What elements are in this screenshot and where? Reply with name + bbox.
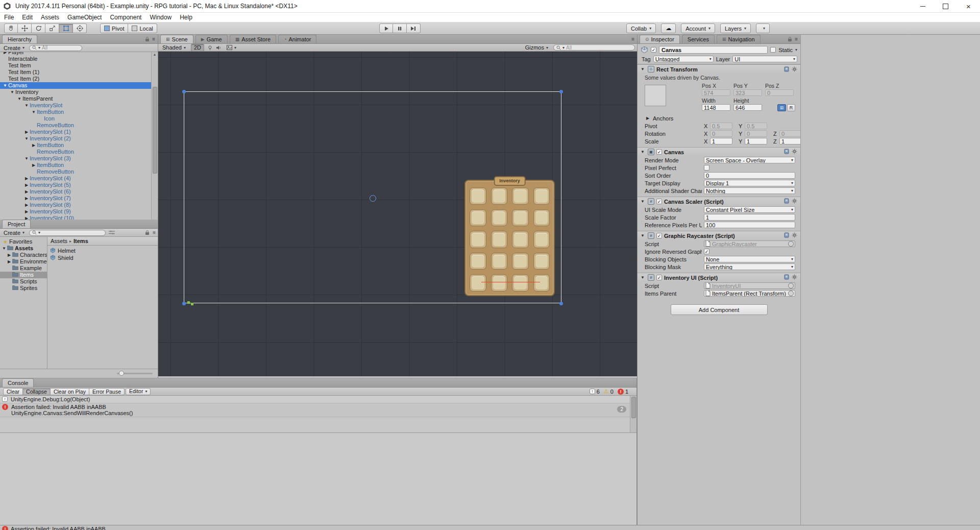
local-toggle-button[interactable]: Local xyxy=(128,23,157,33)
fold-arrow[interactable]: ▼ xyxy=(23,135,30,142)
hierarchy-item-inventoryslot-3[interactable]: ▼InventorySlot (3) xyxy=(0,155,151,162)
layout-dropdown[interactable]: ▾ xyxy=(756,23,770,33)
width-field[interactable]: 1148 xyxy=(702,104,730,111)
hierarchy-item-icon[interactable]: Icon xyxy=(0,115,151,122)
scale-y-field[interactable]: 1 xyxy=(745,138,767,144)
collapse-button[interactable]: Collapse xyxy=(23,388,51,395)
hierarchy-item-removebutton[interactable]: RemoveButton xyxy=(0,168,151,175)
scene-viewport[interactable]: Inventory xyxy=(158,52,637,376)
clear-button[interactable]: Clear xyxy=(3,388,23,395)
height-field[interactable]: 646 xyxy=(733,104,762,111)
folder-item-sprites[interactable]: Sprites xyxy=(0,285,47,292)
clear-on-play-button[interactable]: Clear on Play xyxy=(51,388,89,395)
draw-mode-dropdown[interactable]: Shaded▾ xyxy=(160,44,188,51)
gear-icon[interactable] xyxy=(792,198,797,205)
object-picker-icon[interactable] xyxy=(788,283,794,288)
fold-arrow[interactable]: ▼ xyxy=(23,155,30,162)
hierarchy-item-player[interactable]: ▶Player xyxy=(0,52,151,56)
effects-dropdown[interactable]: ▾ xyxy=(225,44,238,51)
fold-arrow[interactable]: ▼ xyxy=(2,82,8,89)
fold-arrow[interactable]: ▶ xyxy=(23,208,30,215)
component-header-inventory-ui-script[interactable]: ▼#✓Inventory UI (Script) xyxy=(638,273,800,282)
fold-arrow[interactable]: ▼ xyxy=(640,275,646,280)
inventory-slot[interactable] xyxy=(533,274,550,292)
gear-icon[interactable] xyxy=(792,232,797,239)
icon-size-slider[interactable] xyxy=(117,373,153,374)
folder-item-items[interactable]: Items xyxy=(0,272,47,278)
breadcrumb-root[interactable]: Assets xyxy=(51,238,67,244)
tab-inspector[interactable]: ⊙Inspector xyxy=(640,35,680,43)
menu-component[interactable]: Component xyxy=(106,13,145,22)
fold-arrow[interactable]: ▼ xyxy=(23,102,30,109)
hierarchy-item-inventoryslot-10[interactable]: ▶InventorySlot (10) xyxy=(0,215,151,220)
hierarchy-item-removebutton[interactable]: RemoveButton xyxy=(0,149,151,155)
fold-arrow[interactable]: ▼ xyxy=(640,199,646,204)
hierarchy-scrollbar[interactable]: ▲ xyxy=(151,52,158,220)
pause-button[interactable] xyxy=(393,23,407,33)
status-bar[interactable]: ! Assertion failed: Invalid AABB inAABB xyxy=(0,525,980,530)
rect-tool-button[interactable] xyxy=(59,23,73,33)
inventory-slot[interactable] xyxy=(512,231,529,248)
tab-asset-store[interactable]: ▦Asset Store xyxy=(230,35,276,43)
hierarchy-item-inventoryslot-2[interactable]: ▼InventorySlot (2) xyxy=(0,135,151,142)
help-icon[interactable] xyxy=(784,232,789,239)
hierarchy-item-itemsparent[interactable]: ▼ItemsParent xyxy=(0,95,151,102)
menu-window[interactable]: Window xyxy=(145,13,176,22)
active-checkbox[interactable]: ✓ xyxy=(651,47,656,53)
component-header-canvas[interactable]: ▼▣✓Canvas xyxy=(638,148,800,156)
account-dropdown[interactable]: Account▾ xyxy=(681,23,715,33)
rotation-x-field[interactable]: 0 xyxy=(710,130,732,137)
hierarchy-item-inventoryslot-1[interactable]: ▶InventorySlot (1) xyxy=(0,129,151,135)
static-checkbox[interactable] xyxy=(770,47,776,53)
blocking-objects-dropdown[interactable]: None▾ xyxy=(704,256,795,262)
tab-scene[interactable]: ⊞Scene xyxy=(160,35,193,43)
menu-assets[interactable]: Assets xyxy=(37,13,63,22)
pos-z-field[interactable]: 0 xyxy=(765,89,794,96)
inventory-slot[interactable] xyxy=(533,187,550,205)
tag-dropdown[interactable]: Untagged▾ xyxy=(653,56,714,62)
inventory-slot[interactable] xyxy=(470,209,486,227)
scale-z-field[interactable]: 1 xyxy=(779,138,800,144)
ui-scale-mode-dropdown[interactable]: Constant Pixel Size▾ xyxy=(704,206,795,213)
panel-menu-icon[interactable]: ≡ xyxy=(631,36,634,42)
anchor-preset-button[interactable]: ⊞ xyxy=(777,104,786,111)
hierarchy-item-test-item[interactable]: Test Item xyxy=(0,62,151,69)
pos-y-field[interactable]: 323 xyxy=(733,89,762,96)
error-pause-button[interactable]: Error Pause xyxy=(89,388,125,395)
fold-arrow[interactable]: ▼ xyxy=(640,233,646,238)
2d-toggle[interactable]: 2D xyxy=(191,44,204,52)
hierarchy-item-inventory[interactable]: ▼Inventory xyxy=(0,89,151,95)
canvas-handle-bottom-left[interactable] xyxy=(182,302,186,305)
inventory-slot[interactable] xyxy=(512,253,529,270)
pos-x-field[interactable]: 574 xyxy=(702,89,730,96)
chevron-down-icon[interactable]: ▾ xyxy=(795,47,797,52)
object-picker-icon[interactable] xyxy=(788,291,794,296)
canvas-handle-top-right[interactable] xyxy=(559,90,563,93)
scrollbar-thumb[interactable] xyxy=(153,87,157,174)
fold-arrow[interactable]: ▼ xyxy=(31,109,37,115)
warning-count[interactable]: ⚠0 xyxy=(604,389,614,395)
cloud-button[interactable]: ☁ xyxy=(661,23,676,33)
fold-arrow[interactable]: ▼ xyxy=(16,95,22,102)
inventory-slot[interactable] xyxy=(470,274,486,292)
inventory-slot[interactable] xyxy=(491,187,508,205)
inventory-slot[interactable] xyxy=(533,253,550,270)
component-header-canvas-scaler-script[interactable]: ▼#✓Canvas Scaler (Script) xyxy=(638,197,800,206)
fold-arrow[interactable]: ▶ xyxy=(23,215,30,220)
fold-arrow[interactable]: ▼ xyxy=(1,245,7,252)
folder-item-characters[interactable]: ▶Characters xyxy=(0,252,47,258)
error-count[interactable]: !1 xyxy=(618,389,628,395)
panel-menu-icon[interactable]: ≡ xyxy=(152,36,155,42)
pivot-x-field[interactable]: 0.5 xyxy=(710,123,732,129)
gear-icon[interactable] xyxy=(792,274,797,281)
help-icon[interactable] xyxy=(784,66,789,72)
transform-tool-button[interactable] xyxy=(73,23,87,33)
gear-icon[interactable] xyxy=(792,66,797,72)
script-object-field[interactable]: InventoryUI xyxy=(704,282,795,289)
hand-tool-button[interactable] xyxy=(4,23,18,33)
rotation-y-field[interactable]: 0 xyxy=(745,130,767,137)
favorites-item[interactable]: ★Favorites xyxy=(0,238,47,245)
hierarchy-item-test-item-1[interactable]: Test Item (1) xyxy=(0,69,151,76)
hierarchy-item-canvas[interactable]: ▼Canvas xyxy=(0,82,151,89)
lock-icon[interactable] xyxy=(145,37,150,42)
